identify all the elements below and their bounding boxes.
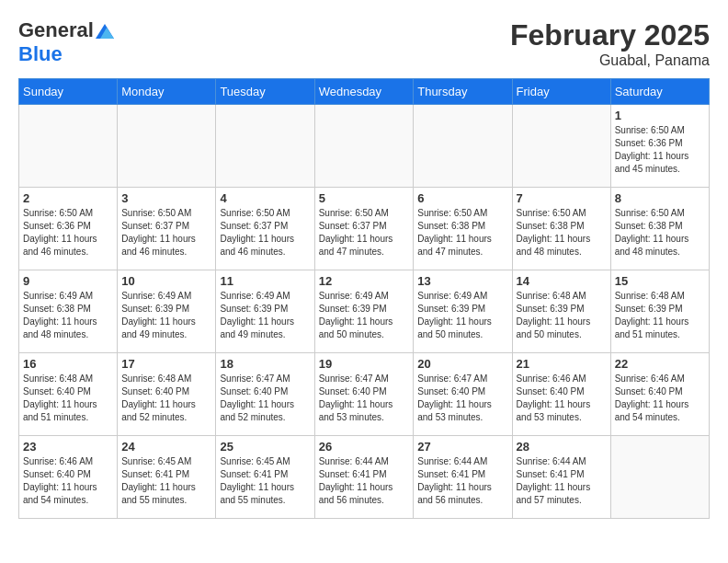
- col-header-wednesday: Wednesday: [314, 79, 414, 105]
- day-info: Sunrise: 6:50 AM Sunset: 6:37 PM Dayligh…: [220, 207, 310, 259]
- day-info: Sunrise: 6:47 AM Sunset: 6:40 PM Dayligh…: [417, 373, 507, 424]
- day-number: 12: [319, 274, 410, 288]
- calendar-cell: 4Sunrise: 6:50 AM Sunset: 6:37 PM Daylig…: [216, 188, 314, 270]
- day-number: 25: [220, 440, 310, 454]
- day-number: 1: [615, 109, 705, 122]
- calendar-cell: [414, 105, 512, 188]
- title-block: February 2025 Guabal, Panama: [510, 18, 710, 69]
- calendar-cell: 23Sunrise: 6:46 AM Sunset: 6:40 PM Dayli…: [19, 436, 118, 519]
- calendar-cell: [512, 105, 610, 188]
- calendar-cell: 12Sunrise: 6:49 AM Sunset: 6:39 PM Dayli…: [314, 270, 414, 353]
- calendar-cell: 6Sunrise: 6:50 AM Sunset: 6:38 PM Daylig…: [414, 188, 512, 270]
- day-info: Sunrise: 6:50 AM Sunset: 6:38 PM Dayligh…: [417, 207, 507, 259]
- day-info: Sunrise: 6:47 AM Sunset: 6:40 PM Dayligh…: [319, 373, 410, 424]
- calendar-cell: 5Sunrise: 6:50 AM Sunset: 6:37 PM Daylig…: [314, 188, 414, 270]
- calendar: SundayMondayTuesdayWednesdayThursdayFrid…: [18, 78, 710, 519]
- day-info: Sunrise: 6:44 AM Sunset: 6:41 PM Dayligh…: [517, 455, 607, 507]
- day-number: 8: [615, 191, 705, 205]
- col-header-saturday: Saturday: [610, 79, 709, 105]
- calendar-cell: 13Sunrise: 6:49 AM Sunset: 6:39 PM Dayli…: [414, 270, 512, 353]
- month-title: February 2025: [510, 18, 710, 52]
- day-number: 15: [615, 274, 705, 288]
- day-info: Sunrise: 6:48 AM Sunset: 6:39 PM Dayligh…: [615, 290, 705, 341]
- day-number: 11: [220, 274, 310, 288]
- calendar-cell: 15Sunrise: 6:48 AM Sunset: 6:39 PM Dayli…: [610, 270, 709, 353]
- day-number: 19: [319, 357, 410, 371]
- calendar-cell: [19, 105, 118, 188]
- calendar-cell: 9Sunrise: 6:49 AM Sunset: 6:38 PM Daylig…: [19, 270, 118, 353]
- calendar-cell: 20Sunrise: 6:47 AM Sunset: 6:40 PM Dayli…: [414, 353, 512, 436]
- day-info: Sunrise: 6:50 AM Sunset: 6:38 PM Dayligh…: [615, 207, 705, 259]
- day-info: Sunrise: 6:49 AM Sunset: 6:39 PM Dayligh…: [417, 290, 507, 341]
- day-info: Sunrise: 6:45 AM Sunset: 6:41 PM Dayligh…: [121, 455, 211, 507]
- calendar-cell: 10Sunrise: 6:49 AM Sunset: 6:39 PM Dayli…: [118, 270, 216, 353]
- day-number: 24: [121, 440, 211, 454]
- logo: General Blue: [18, 18, 114, 66]
- day-info: Sunrise: 6:48 AM Sunset: 6:40 PM Dayligh…: [121, 373, 211, 424]
- day-info: Sunrise: 6:49 AM Sunset: 6:39 PM Dayligh…: [319, 290, 410, 341]
- calendar-cell: 14Sunrise: 6:48 AM Sunset: 6:39 PM Dayli…: [512, 270, 610, 353]
- day-info: Sunrise: 6:50 AM Sunset: 6:38 PM Dayligh…: [517, 207, 607, 259]
- day-number: 27: [417, 440, 507, 454]
- calendar-cell: 24Sunrise: 6:45 AM Sunset: 6:41 PM Dayli…: [118, 436, 216, 519]
- day-number: 4: [220, 191, 310, 205]
- day-info: Sunrise: 6:46 AM Sunset: 6:40 PM Dayligh…: [23, 455, 113, 507]
- day-info: Sunrise: 6:48 AM Sunset: 6:40 PM Dayligh…: [23, 373, 113, 424]
- col-header-monday: Monday: [118, 79, 216, 105]
- logo-general: General: [18, 18, 94, 42]
- calendar-cell: 27Sunrise: 6:44 AM Sunset: 6:41 PM Dayli…: [414, 436, 512, 519]
- day-number: 21: [517, 357, 607, 371]
- day-number: 10: [121, 274, 211, 288]
- calendar-cell: 26Sunrise: 6:44 AM Sunset: 6:41 PM Dayli…: [314, 436, 414, 519]
- day-number: 9: [23, 274, 113, 288]
- calendar-cell: 19Sunrise: 6:47 AM Sunset: 6:40 PM Dayli…: [314, 353, 414, 436]
- calendar-cell: 2Sunrise: 6:50 AM Sunset: 6:36 PM Daylig…: [19, 188, 118, 270]
- day-info: Sunrise: 6:44 AM Sunset: 6:41 PM Dayligh…: [319, 455, 410, 507]
- calendar-cell: [118, 105, 216, 188]
- day-number: 3: [121, 191, 211, 205]
- calendar-cell: 18Sunrise: 6:47 AM Sunset: 6:40 PM Dayli…: [216, 353, 314, 436]
- day-number: 23: [23, 440, 113, 454]
- day-number: 14: [517, 274, 607, 288]
- day-info: Sunrise: 6:50 AM Sunset: 6:37 PM Dayligh…: [121, 207, 211, 259]
- day-info: Sunrise: 6:48 AM Sunset: 6:39 PM Dayligh…: [517, 290, 607, 341]
- calendar-cell: [216, 105, 314, 188]
- col-header-thursday: Thursday: [414, 79, 512, 105]
- day-number: 5: [319, 191, 410, 205]
- day-info: Sunrise: 6:49 AM Sunset: 6:39 PM Dayligh…: [220, 290, 310, 341]
- day-number: 22: [615, 357, 705, 371]
- day-number: 7: [517, 191, 607, 205]
- calendar-cell: 16Sunrise: 6:48 AM Sunset: 6:40 PM Dayli…: [19, 353, 118, 436]
- day-info: Sunrise: 6:50 AM Sunset: 6:36 PM Dayligh…: [615, 124, 705, 176]
- day-number: 2: [23, 191, 113, 205]
- day-number: 16: [23, 357, 113, 371]
- col-header-sunday: Sunday: [19, 79, 118, 105]
- calendar-cell: 11Sunrise: 6:49 AM Sunset: 6:39 PM Dayli…: [216, 270, 314, 353]
- calendar-cell: 25Sunrise: 6:45 AM Sunset: 6:41 PM Dayli…: [216, 436, 314, 519]
- day-number: 18: [220, 357, 310, 371]
- day-info: Sunrise: 6:49 AM Sunset: 6:39 PM Dayligh…: [121, 290, 211, 341]
- day-number: 20: [417, 357, 507, 371]
- calendar-cell: 28Sunrise: 6:44 AM Sunset: 6:41 PM Dayli…: [512, 436, 610, 519]
- day-number: 28: [517, 440, 607, 454]
- calendar-cell: [610, 436, 709, 519]
- calendar-cell: [314, 105, 414, 188]
- logo-icon: [96, 24, 114, 39]
- location: Guabal, Panama: [510, 52, 710, 69]
- calendar-cell: 3Sunrise: 6:50 AM Sunset: 6:37 PM Daylig…: [118, 188, 216, 270]
- day-number: 6: [417, 191, 507, 205]
- calendar-cell: 1Sunrise: 6:50 AM Sunset: 6:36 PM Daylig…: [610, 105, 709, 188]
- day-info: Sunrise: 6:46 AM Sunset: 6:40 PM Dayligh…: [615, 373, 705, 424]
- page-header: General Blue February 2025 Guabal, Panam…: [18, 18, 710, 69]
- day-info: Sunrise: 6:46 AM Sunset: 6:40 PM Dayligh…: [517, 373, 607, 424]
- col-header-friday: Friday: [512, 79, 610, 105]
- day-info: Sunrise: 6:44 AM Sunset: 6:41 PM Dayligh…: [417, 455, 507, 507]
- day-info: Sunrise: 6:45 AM Sunset: 6:41 PM Dayligh…: [220, 455, 310, 507]
- day-number: 17: [121, 357, 211, 371]
- day-info: Sunrise: 6:47 AM Sunset: 6:40 PM Dayligh…: [220, 373, 310, 424]
- calendar-cell: 8Sunrise: 6:50 AM Sunset: 6:38 PM Daylig…: [610, 188, 709, 270]
- calendar-cell: 17Sunrise: 6:48 AM Sunset: 6:40 PM Dayli…: [118, 353, 216, 436]
- logo-blue: Blue: [18, 42, 63, 65]
- day-info: Sunrise: 6:49 AM Sunset: 6:38 PM Dayligh…: [23, 290, 113, 341]
- day-number: 13: [417, 274, 507, 288]
